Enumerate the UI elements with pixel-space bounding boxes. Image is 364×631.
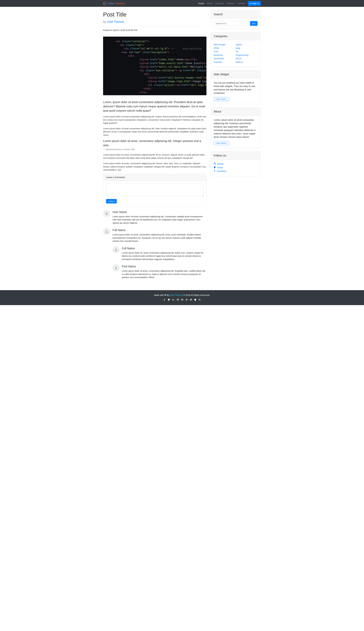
svg-text:<li><a href="multi-col-menu.ht: <li><a href="multi-col-menu.html">Multip… — [139, 65, 206, 68]
nav-home[interactable]: Home — [198, 2, 204, 5]
category-link[interactable]: Node.js — [236, 61, 243, 63]
behance-icon[interactable]: Bē — [181, 298, 183, 302]
svg-point-18 — [106, 231, 107, 232]
brand-themes: Themes — [114, 2, 125, 5]
author-link[interactable]: Orbit Themes — [107, 20, 124, 23]
follow-card: Follow Us GitHubTwitterFacebook — [211, 151, 260, 176]
social-row: G+ Bē — [103, 298, 261, 302]
comment-form-header: Leave a Comment: — [103, 174, 206, 181]
comment: User NameLorem ipsum dolor sit amet cons… — [103, 210, 206, 225]
svg-text:BEGIN NAVIGATION: BEGIN NAVIGATION — [183, 48, 202, 50]
follow-github-link[interactable]: GitHub — [214, 162, 224, 166]
comment: Full NameLorem ipsum dolor sit amet, con… — [103, 228, 206, 283]
follow-label: GitHub — [217, 162, 224, 166]
widget-text: You can put anything you want inside of … — [214, 81, 258, 95]
signin-button[interactable]: ➔ Sign In — [248, 1, 261, 6]
categories-header: Categories — [211, 32, 260, 40]
categories-card: Categories Web DesignHTMLCSSBootstrapJav… — [211, 32, 260, 67]
sidebar: Search Go! Categories Web DesignHTMLCSSB… — [211, 10, 260, 286]
nav-contact[interactable]: Contact — [238, 2, 245, 5]
category-link[interactable]: Bootstrap — [214, 54, 223, 56]
footer: Made with ❤ By Orbit Themes © 2018 All R… — [0, 290, 364, 305]
navbar: Orbit Themes Home About Features Service… — [0, 0, 364, 7]
github-icon[interactable] — [177, 298, 179, 302]
footer-by: By — [166, 294, 170, 296]
svg-point-22 — [194, 299, 196, 301]
svg-text:<li class="active"><a href="ta: <li class="active"><a href="tall-logo.ht… — [148, 83, 206, 86]
category-link[interactable]: HTML — [214, 47, 220, 49]
avatar-icon — [112, 264, 120, 271]
comment: Full NameLorem ipsum dolor sit, amet con… — [112, 246, 206, 261]
category-link[interactable]: CSS — [214, 50, 218, 53]
category-link[interactable]: Tutorials — [214, 61, 222, 63]
dribbble-icon[interactable] — [186, 298, 188, 302]
brand-orbit: Orbit — [108, 2, 114, 5]
bq-cite: Source Title — [124, 148, 134, 150]
category-link[interactable]: UI/UX — [236, 57, 241, 60]
facebook-icon[interactable] — [164, 298, 166, 302]
follow-label: Twitter — [217, 166, 223, 169]
rss-icon[interactable] — [198, 298, 200, 302]
follow-twitter-link[interactable]: Twitter — [214, 166, 223, 169]
comment-text: Lorem ipsum dolor sit amet consectetur a… — [112, 215, 206, 225]
comment-textarea[interactable] — [106, 184, 204, 196]
github-icon — [214, 162, 216, 166]
about-learn-button[interactable]: Learn More » — [214, 141, 229, 145]
comment-form-card: Leave a Comment: Submit — [103, 174, 206, 206]
widget-learn-button[interactable]: Learn More » — [214, 97, 229, 101]
category-link[interactable]: Jquery — [236, 43, 242, 46]
footer-brand-link[interactable]: Orbit Themes — [170, 294, 183, 296]
comment-text: Lorem ipsum dolor sit amet, consectetur … — [112, 233, 206, 243]
follow-facebook-link[interactable]: Facebook — [214, 169, 226, 173]
reddit-icon[interactable] — [194, 298, 196, 302]
submit-button[interactable]: Submit — [106, 199, 117, 203]
google-plus-icon[interactable]: G+ — [172, 298, 174, 302]
svg-point-23 — [199, 300, 199, 300]
pinterest-icon[interactable] — [190, 298, 192, 302]
bq-prefix: Someone famous in — [106, 148, 124, 150]
paragraph: Lorem ipsum dolor sit amet consectetur a… — [103, 115, 206, 125]
heart-icon: ❤ — [164, 294, 166, 296]
search-card: Search Go! — [211, 10, 260, 29]
about-header: About — [211, 108, 260, 115]
follow-header: Follow Us — [211, 152, 260, 159]
category-link[interactable]: Gulp — [236, 47, 240, 49]
footer-rest: © 2018 All Rights Reserved. — [183, 294, 210, 296]
search-input[interactable] — [214, 21, 250, 26]
facebook-icon — [214, 169, 216, 173]
category-link[interactable]: JavaScript — [214, 57, 224, 60]
svg-text:</ul>: </ul> — [144, 87, 151, 90]
twitter-icon[interactable] — [168, 298, 170, 302]
paragraph: Lorem ipsum dolor sit amet, consectetur … — [103, 162, 206, 171]
footer-prefix: Made with — [154, 294, 164, 296]
search-go-button[interactable]: Go! — [250, 21, 258, 26]
svg-point-19 — [116, 249, 116, 250]
svg-point-20 — [116, 267, 116, 268]
main-column: Post Title by Orbit Themes Posted on Apr… — [103, 10, 206, 286]
avatar-icon — [103, 228, 110, 235]
follow-list: GitHubTwitterFacebook — [214, 162, 258, 173]
nav-features[interactable]: Features — [216, 2, 224, 5]
comment-author: Full Name — [122, 246, 206, 251]
svg-text:<iv class="row">: <iv class="row"> — [120, 43, 144, 46]
svg-text:</li>: </li> — [139, 91, 147, 94]
signin-icon: ➔ — [250, 2, 252, 5]
category-link[interactable]: Programming — [236, 54, 248, 56]
nav-services[interactable]: Services — [227, 2, 235, 5]
by-prefix: by — [103, 20, 107, 23]
brand-link[interactable]: Orbit Themes — [103, 1, 125, 6]
post-title: Post Title — [103, 10, 206, 19]
category-link[interactable]: Git — [236, 50, 238, 53]
comment-author: Full Name — [112, 228, 206, 232]
widget-header: Side Widget — [211, 71, 260, 78]
svg-text:<ul>: <ul> — [128, 54, 134, 57]
category-link[interactable]: Web Design — [214, 43, 225, 46]
paragraph: Lorem ipsum dolor sit amet consectetur a… — [103, 127, 206, 137]
comment-text: Lorem ipsum dolor sit, amet consectetur … — [122, 251, 206, 261]
avatar-icon — [103, 210, 110, 217]
comment-author: User Name — [112, 210, 206, 214]
nav-about[interactable]: About — [207, 2, 212, 5]
comment-author: First Name — [122, 264, 206, 269]
svg-text:<ul>: <ul> — [144, 73, 150, 75]
lead-paragraph: Lorem, ipsum dolor sit amet consectetur … — [103, 100, 206, 113]
